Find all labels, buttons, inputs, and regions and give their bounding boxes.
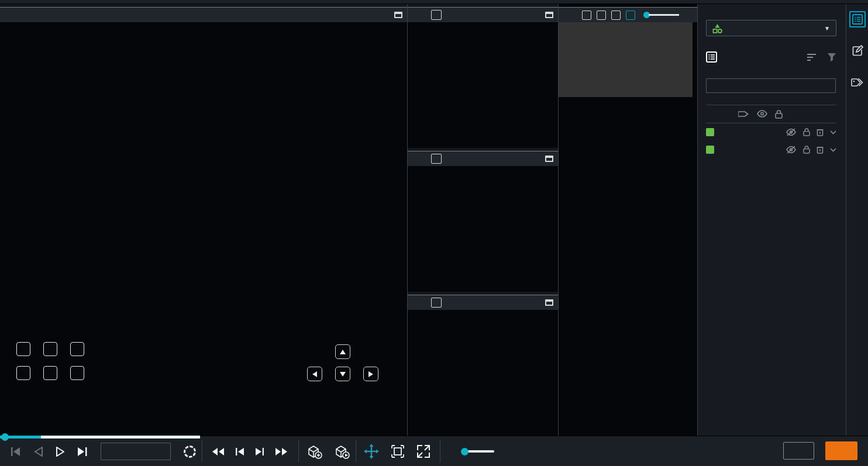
camera-scene-render <box>559 22 693 97</box>
labeling-app: ▼ <box>0 0 868 466</box>
key-w-button[interactable] <box>43 342 57 356</box>
maximize-icon[interactable] <box>545 156 553 162</box>
step-forward-button[interactable] <box>255 447 264 456</box>
cuboid-tools-group <box>306 436 350 466</box>
arrow-pad <box>306 344 380 381</box>
labels-list-tool-button[interactable] <box>849 11 866 27</box>
skip-to-first-frame-button[interactable] <box>11 447 21 457</box>
tags-icon <box>851 77 863 88</box>
frame-nav-group <box>11 436 196 466</box>
labels-table-header <box>706 105 836 123</box>
eye-icon[interactable] <box>757 110 767 118</box>
top-view-panel <box>408 4 558 148</box>
camera-mode-b-button[interactable] <box>626 11 635 20</box>
point-cloud-panel <box>0 4 408 436</box>
maximize-icon[interactable] <box>545 12 553 18</box>
trash-icon[interactable] <box>817 146 824 154</box>
camera-c-button[interactable] <box>431 154 442 164</box>
label-row[interactable] <box>706 141 836 158</box>
main-area: ▼ <box>0 4 868 436</box>
eye-slash-icon[interactable] <box>786 146 797 154</box>
camera-image[interactable] <box>559 22 693 97</box>
move-tool-button[interactable] <box>364 444 379 459</box>
edit-icon <box>852 45 863 57</box>
camera-mode-f-button[interactable] <box>597 11 606 20</box>
chevron-down-icon: ▼ <box>824 25 830 32</box>
submit-button[interactable] <box>825 441 857 460</box>
tags-tool-button[interactable] <box>849 74 866 91</box>
list-icon <box>852 14 863 25</box>
sort-icon[interactable] <box>807 53 818 61</box>
edit-tool-button[interactable] <box>849 43 866 59</box>
seekbar-knob[interactable] <box>1 433 9 441</box>
camera-mode-p-button[interactable] <box>611 11 621 20</box>
arrow-up-button[interactable] <box>335 344 350 359</box>
point-size-group <box>455 436 494 466</box>
camera-key-pad <box>16 342 84 380</box>
tag-icon[interactable] <box>738 110 749 118</box>
arrow-right-button[interactable] <box>363 367 378 381</box>
fast-nav-group <box>212 436 288 466</box>
fit-to-frame-button[interactable] <box>391 444 405 458</box>
camera-opacity-slider[interactable] <box>643 12 679 18</box>
camera-c-button[interactable] <box>431 10 442 20</box>
label-color-swatch <box>706 128 714 136</box>
front-view-canvas[interactable] <box>408 310 558 436</box>
key-d-button[interactable] <box>70 366 84 380</box>
fast-forward-button[interactable] <box>275 447 288 456</box>
view-tools-group <box>364 436 430 466</box>
maximize-icon[interactable] <box>394 12 402 18</box>
filter-icon[interactable] <box>827 53 836 61</box>
camera-panel <box>559 4 698 436</box>
lock-icon[interactable] <box>775 110 783 119</box>
arrow-down-button[interactable] <box>335 367 350 381</box>
slider-knob[interactable] <box>461 448 469 455</box>
key-a-button[interactable] <box>16 366 30 380</box>
camera-mode-c-button[interactable] <box>582 11 591 20</box>
search-labels-input[interactable] <box>706 78 836 93</box>
label-sidebar: ▼ <box>698 4 846 436</box>
tool-rail <box>846 4 868 436</box>
key-q-button[interactable] <box>16 342 30 356</box>
chevron-down-icon[interactable] <box>830 130 836 134</box>
slider-track <box>467 450 494 453</box>
arrow-left-button[interactable] <box>307 367 322 381</box>
top-view-canvas[interactable] <box>408 22 558 148</box>
lock-icon[interactable] <box>803 146 810 154</box>
eye-slash-icon[interactable] <box>786 128 797 136</box>
label-color-swatch <box>706 146 714 154</box>
label-row[interactable] <box>706 123 836 141</box>
key-s-button[interactable] <box>43 366 57 380</box>
point-size-slider[interactable] <box>461 448 494 455</box>
top-menu-bar <box>0 0 868 4</box>
lock-icon[interactable] <box>803 128 810 136</box>
camera-c-button[interactable] <box>431 298 442 308</box>
rewind-button[interactable] <box>212 447 225 456</box>
category-shapes-icon <box>712 23 722 33</box>
frame-counter[interactable] <box>101 443 171 460</box>
side-view-panel <box>408 148 558 292</box>
front-view-header <box>408 295 558 310</box>
key-e-button[interactable] <box>70 342 84 356</box>
next-frame-button[interactable] <box>77 447 88 457</box>
previous-frame-button[interactable] <box>34 447 43 457</box>
add-cuboid-button[interactable] <box>306 444 322 459</box>
auto-fit-cuboid-button[interactable] <box>334 444 350 459</box>
loading-spinner-icon <box>184 446 196 458</box>
side-view-canvas[interactable] <box>408 166 558 292</box>
slider-track <box>649 14 679 16</box>
chevron-down-icon[interactable] <box>830 148 836 152</box>
list-icon <box>706 51 717 63</box>
label-category-dropdown[interactable]: ▼ <box>706 20 836 36</box>
point-cloud-panel-header <box>0 7 407 22</box>
fullscreen-button[interactable] <box>416 444 430 458</box>
trash-icon[interactable] <box>817 128 824 136</box>
play-button[interactable] <box>56 447 64 457</box>
save-button[interactable] <box>783 442 814 460</box>
front-view-panel <box>408 292 558 436</box>
step-back-button[interactable] <box>235 447 244 456</box>
labels-section-header <box>706 51 836 63</box>
maximize-icon[interactable] <box>545 299 553 306</box>
point-cloud-canvas[interactable] <box>0 22 407 436</box>
bottom-toolbar <box>0 436 868 466</box>
